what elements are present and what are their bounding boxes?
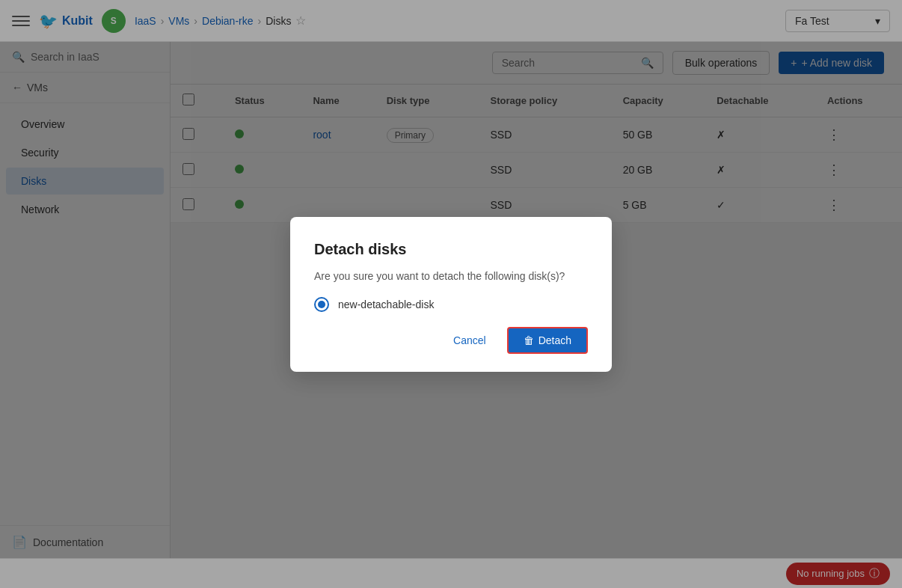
radio-button[interactable]	[314, 297, 329, 312]
dialog-title: Detach disks	[314, 241, 588, 258]
disk-item-name: new-detachable-disk	[338, 298, 434, 310]
dialog-description: Are you sure you want to detach the foll…	[314, 270, 588, 282]
radio-inner	[318, 301, 325, 308]
cancel-button[interactable]: Cancel	[444, 328, 495, 352]
dialog-overlay: Detach disks Are you sure you want to de…	[0, 0, 902, 588]
detach-label: Detach	[539, 334, 571, 346]
detach-button[interactable]: 🗑 Detach	[507, 327, 588, 354]
detach-icon: 🗑	[524, 334, 534, 346]
detach-disks-dialog: Detach disks Are you sure you want to de…	[290, 217, 612, 372]
dialog-actions: Cancel 🗑 Detach	[314, 327, 588, 354]
disk-item: new-detachable-disk	[314, 297, 588, 312]
